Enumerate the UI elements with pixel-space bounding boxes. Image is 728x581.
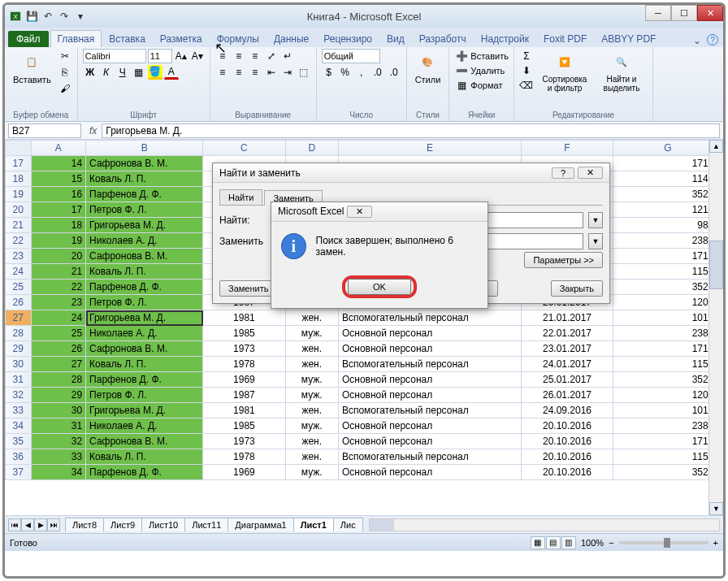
msgbox-close-button[interactable]: ✕	[347, 206, 372, 218]
name-box[interactable]: B27	[8, 124, 81, 138]
cell[interactable]: 23851	[613, 326, 722, 341]
cell[interactable]: 1973	[203, 434, 285, 449]
view-page-layout-icon[interactable]: ▤	[546, 536, 561, 549]
cell[interactable]: 23	[31, 295, 86, 310]
fill-icon[interactable]: ⬇	[519, 63, 534, 78]
cell[interactable]: муж.	[285, 326, 338, 341]
dialog-close-button[interactable]: ✕	[578, 167, 603, 179]
row-header[interactable]: 25	[6, 280, 32, 295]
cell[interactable]: 17110	[613, 341, 722, 357]
autosum-icon[interactable]: Σ	[519, 49, 534, 63]
cell[interactable]: 21.01.2017	[522, 310, 613, 326]
cell[interactable]: 17110	[613, 434, 722, 449]
cell[interactable]: Коваль Л. П.	[86, 264, 203, 280]
cell[interactable]: 19	[31, 233, 86, 249]
excel-icon[interactable]: X	[8, 9, 23, 24]
ribbon-tab-данные[interactable]: Данные	[266, 30, 316, 47]
align-bottom-icon[interactable]: ≡	[248, 49, 262, 63]
row-header[interactable]: 30	[6, 357, 32, 372]
cell[interactable]: Коваль Л. П.	[86, 357, 203, 372]
cell[interactable]: Николаев А. Д.	[86, 233, 203, 249]
cell[interactable]: 1973	[203, 341, 285, 357]
cell[interactable]: 20.10.2016	[522, 434, 613, 449]
ribbon-tab-разработч[interactable]: Разработч	[412, 30, 474, 47]
format-painter-icon[interactable]: 🖌	[58, 81, 72, 96]
cell[interactable]: 1969	[203, 372, 285, 388]
cell[interactable]: муж.	[285, 372, 338, 388]
row-header[interactable]: 32	[6, 388, 32, 403]
select-all-corner[interactable]	[6, 141, 32, 156]
zoom-in-button[interactable]: +	[713, 538, 718, 548]
sheet-nav-button[interactable]: ◀	[21, 518, 34, 531]
sheet-nav-button[interactable]: ⏭	[47, 518, 60, 531]
cell[interactable]: 11580	[613, 357, 722, 372]
cell[interactable]: Петров Ф. Л.	[86, 202, 203, 218]
row-header[interactable]: 34	[6, 418, 32, 434]
cell[interactable]: 14	[31, 156, 86, 171]
cell[interactable]: Основной персонал	[338, 465, 521, 480]
row-header[interactable]: 36	[6, 449, 32, 465]
cell[interactable]: Основной персонал	[338, 326, 521, 341]
cell[interactable]: 20.10.2016	[522, 418, 613, 434]
font-size-combo[interactable]: 11	[148, 49, 172, 63]
cell[interactable]: 11580	[613, 449, 722, 465]
italic-icon[interactable]: К	[99, 65, 114, 80]
sheet-nav-button[interactable]: ⏮	[8, 518, 21, 531]
column-header-G[interactable]: G	[613, 141, 722, 156]
sheet-tab[interactable]: Лист8	[65, 518, 104, 531]
formula-input[interactable]: Григорьева М. Д.	[102, 124, 720, 138]
align-right-icon[interactable]: ≡	[248, 65, 262, 80]
cell[interactable]: 1985	[203, 326, 285, 341]
cell[interactable]: 24.09.2016	[522, 403, 613, 418]
percent-icon[interactable]: %	[338, 65, 353, 80]
cell[interactable]: 17115	[613, 156, 722, 171]
cell[interactable]: 20.10.2016	[522, 465, 613, 480]
row-header[interactable]: 29	[6, 341, 32, 357]
align-middle-icon[interactable]: ≡	[232, 49, 246, 63]
cell[interactable]: 30	[31, 403, 86, 418]
ribbon-tab-разметка[interactable]: Разметка	[153, 30, 210, 47]
cell[interactable]: Сафронова В. М.	[86, 156, 203, 171]
vertical-scrollbar[interactable]: ▲ ▼	[708, 140, 723, 515]
cell[interactable]: 23851	[613, 233, 722, 249]
scroll-up-button[interactable]: ▲	[709, 140, 723, 153]
cell[interactable]: жен.	[285, 357, 338, 372]
help-icon[interactable]: ?	[707, 34, 718, 46]
cell[interactable]: Основной персонал	[338, 434, 521, 449]
column-header-F[interactable]: F	[522, 141, 613, 156]
cell[interactable]: Сафронова В. М.	[86, 249, 203, 264]
cell[interactable]: муж.	[285, 418, 338, 434]
row-header[interactable]: 26	[6, 295, 32, 310]
params-button[interactable]: Параметры >>	[524, 252, 603, 268]
vscroll-thumb[interactable]	[709, 241, 723, 289]
cell[interactable]: 25.01.2017	[522, 372, 613, 388]
row-header[interactable]: 31	[6, 372, 32, 388]
msgbox-titlebar[interactable]: Microsoft Excel ✕	[271, 202, 488, 222]
cell[interactable]: Парфенов Д. Ф.	[86, 465, 203, 480]
cell[interactable]: Григорьева М. Д.	[86, 403, 203, 418]
cell[interactable]: 11580	[613, 264, 722, 280]
ribbon-tab-надстройк[interactable]: Надстройк	[474, 30, 536, 47]
align-left-icon[interactable]: ≡	[215, 65, 230, 80]
cell[interactable]: 35254	[613, 280, 722, 295]
ok-button[interactable]: OK	[348, 279, 411, 295]
cell[interactable]: 1978	[203, 449, 285, 465]
wrap-text-icon[interactable]: ↵	[280, 49, 295, 63]
redo-icon[interactable]: ↷	[57, 9, 72, 24]
row-header[interactable]: 23	[6, 249, 32, 264]
sheet-tab[interactable]: Лист1	[293, 518, 334, 531]
row-header[interactable]: 33	[6, 403, 32, 418]
view-page-break-icon[interactable]: ▥	[561, 536, 576, 549]
cell[interactable]: 35254	[613, 465, 722, 480]
cell[interactable]: Сафронова В. М.	[86, 434, 203, 449]
zoom-slider[interactable]	[619, 541, 708, 544]
cell[interactable]: 10125	[613, 310, 722, 326]
cell[interactable]: Вспомогательный персонал	[338, 449, 521, 465]
cell[interactable]: 11456	[613, 171, 722, 187]
paste-button[interactable]: 📋 Вставить	[10, 49, 54, 86]
row-header[interactable]: 20	[6, 202, 32, 218]
insert-cells-button[interactable]: ➕Вставить	[454, 49, 509, 63]
qat-dropdown-icon[interactable]: ▾	[73, 9, 88, 24]
cell[interactable]: 26.01.2017	[522, 388, 613, 403]
cell[interactable]: 16	[31, 187, 86, 202]
